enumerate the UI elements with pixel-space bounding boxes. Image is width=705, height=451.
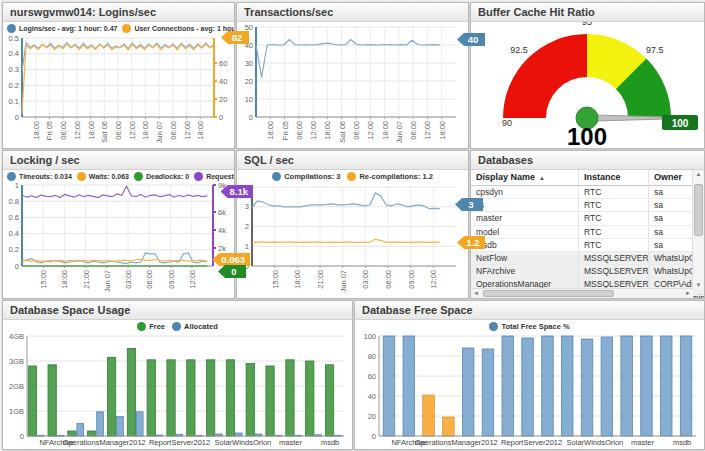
bar[interactable] bbox=[601, 337, 613, 436]
bar[interactable] bbox=[48, 365, 56, 436]
bar[interactable] bbox=[325, 365, 333, 436]
panel-databases: Databases Display Name▲ Instance Owner c… bbox=[470, 150, 705, 299]
svg-text:0.2: 0.2 bbox=[9, 81, 19, 90]
bar[interactable] bbox=[28, 366, 36, 436]
table-row[interactable]: msdbRTCsa bbox=[471, 239, 704, 252]
bar[interactable] bbox=[117, 417, 124, 437]
legend: Timeouts: 0.034Waits: 0.063Deadlocks: 0R… bbox=[3, 170, 234, 183]
bar[interactable] bbox=[661, 336, 673, 436]
legend: Compilations: 3Re-compilations: 1.2 bbox=[237, 170, 468, 183]
bar[interactable] bbox=[246, 364, 254, 437]
bar[interactable] bbox=[107, 357, 115, 436]
bar[interactable] bbox=[97, 412, 104, 436]
svg-text:OperationsManager2012: OperationsManager2012 bbox=[63, 438, 146, 447]
svg-text:0.5: 0.5 bbox=[9, 35, 19, 43]
bar[interactable] bbox=[641, 336, 653, 436]
table-cell: cpsdyn bbox=[471, 186, 579, 198]
scroll-right-icon[interactable]: ► bbox=[685, 289, 691, 298]
vertical-scroll-thumb[interactable] bbox=[694, 184, 703, 236]
legend: FreeAllocated bbox=[3, 320, 352, 333]
panel-title: Locking / sec bbox=[3, 151, 234, 170]
bar[interactable] bbox=[207, 360, 215, 436]
dashboard: nurswgvmw014: Logins/sec Logins/sec - av… bbox=[0, 0, 705, 451]
bar[interactable] bbox=[581, 339, 593, 436]
svg-text:2GB: 2GB bbox=[9, 382, 24, 391]
bar[interactable] bbox=[522, 338, 534, 436]
scroll-down-icon[interactable]: ▼ bbox=[693, 282, 704, 288]
horizontal-scrollbar[interactable]: ◄ ► bbox=[471, 288, 693, 298]
bar[interactable] bbox=[147, 360, 155, 436]
bar[interactable] bbox=[68, 431, 76, 436]
svg-text:20: 20 bbox=[368, 412, 376, 421]
svg-text:18:00: 18:00 bbox=[141, 121, 150, 140]
scroll-left-icon[interactable]: ◄ bbox=[473, 289, 479, 298]
bar[interactable] bbox=[266, 366, 274, 436]
buffer-cache-gauge: 9092.59597.5100100 bbox=[471, 22, 704, 148]
bar[interactable] bbox=[136, 412, 143, 436]
bar[interactable] bbox=[403, 336, 415, 436]
svg-text:3GB: 3GB bbox=[9, 357, 24, 366]
column-header-display-name[interactable]: Display Name▲ bbox=[471, 170, 579, 185]
svg-text:12:00: 12:00 bbox=[128, 121, 137, 140]
scroll-up-icon[interactable]: ▲ bbox=[693, 171, 704, 177]
table-row[interactable]: modelRTCsa bbox=[471, 226, 704, 239]
bar[interactable] bbox=[187, 360, 195, 436]
bar[interactable] bbox=[621, 336, 633, 436]
svg-text:0: 0 bbox=[20, 432, 24, 441]
bar[interactable] bbox=[462, 348, 474, 436]
table-cell: model bbox=[471, 226, 579, 238]
bar[interactable] bbox=[306, 361, 314, 436]
table-row[interactable]: NetFlowMSSQLSERVERWhatsUpGold_NUR bbox=[471, 252, 704, 265]
bar[interactable] bbox=[383, 336, 395, 436]
legend-item: Allocated bbox=[172, 322, 218, 331]
series-waits bbox=[22, 260, 207, 262]
table-row[interactable]: cpsdynRTCsa bbox=[471, 186, 704, 199]
bar[interactable] bbox=[88, 431, 96, 436]
horizontal-scroll-thumb[interactable] bbox=[483, 290, 614, 297]
panel-transactions-per-sec: Transactions/sec 18:00Fri 0506:0012:0018… bbox=[236, 2, 469, 149]
bar[interactable] bbox=[286, 360, 294, 436]
table-row[interactable]: NFArchiveMSSQLSERVERWhatsUpGold_NUR bbox=[471, 265, 704, 278]
table-cell: NFArchive bbox=[471, 265, 579, 277]
vertical-scrollbar[interactable]: ▲ ▼ bbox=[692, 170, 704, 289]
svg-text:Sat 06: Sat 06 bbox=[338, 121, 347, 143]
svg-text:30: 30 bbox=[245, 59, 253, 68]
legend-label: Timeouts: 0.034 bbox=[19, 173, 72, 180]
free-space-bar-chart: 020406080100NFArchiveOperationsManager20… bbox=[355, 333, 704, 451]
svg-text:18:00: 18:00 bbox=[32, 121, 41, 140]
svg-text:15:00: 15:00 bbox=[271, 270, 280, 289]
svg-text:msdb: msdb bbox=[673, 438, 691, 447]
bar[interactable] bbox=[562, 336, 574, 436]
svg-text:0.6: 0.6 bbox=[9, 213, 19, 222]
svg-text:40: 40 bbox=[368, 392, 376, 401]
bar[interactable] bbox=[443, 417, 455, 436]
svg-text:60: 60 bbox=[219, 59, 227, 68]
bar[interactable] bbox=[226, 360, 234, 436]
svg-text:92.5: 92.5 bbox=[510, 45, 528, 55]
svg-text:18:00: 18:00 bbox=[196, 121, 205, 140]
current-value-badge: 0.063 bbox=[212, 253, 250, 266]
series-timeouts bbox=[22, 253, 207, 264]
table-cell: RTC bbox=[579, 199, 649, 211]
bar[interactable] bbox=[482, 349, 494, 436]
legend-label: Requests: 8.1k bbox=[206, 173, 234, 180]
svg-text:06:00: 06:00 bbox=[295, 121, 304, 140]
svg-text:06:00: 06:00 bbox=[384, 270, 393, 289]
table-header: Display Name▲ Instance Owner bbox=[471, 170, 704, 186]
bar[interactable] bbox=[77, 424, 84, 437]
bar[interactable] bbox=[502, 336, 514, 436]
bar[interactable] bbox=[167, 360, 175, 436]
bar[interactable] bbox=[423, 395, 435, 436]
svg-text:OperationsManager2012: OperationsManager2012 bbox=[415, 438, 498, 447]
sort-asc-icon: ▲ bbox=[539, 175, 545, 181]
bar[interactable] bbox=[680, 336, 692, 436]
bar[interactable] bbox=[542, 336, 554, 436]
svg-text:12:00: 12:00 bbox=[73, 121, 82, 140]
svg-text:Sat 06: Sat 06 bbox=[100, 121, 109, 143]
column-header-instance[interactable]: Instance bbox=[579, 170, 649, 185]
svg-text:0.4: 0.4 bbox=[9, 49, 19, 58]
table-row[interactable]: masterRTCsa bbox=[471, 212, 704, 225]
table-row[interactable]: lisRTCsa bbox=[471, 199, 704, 212]
table-cell: MSSQLSERVER bbox=[579, 265, 649, 277]
bar[interactable] bbox=[127, 349, 135, 437]
